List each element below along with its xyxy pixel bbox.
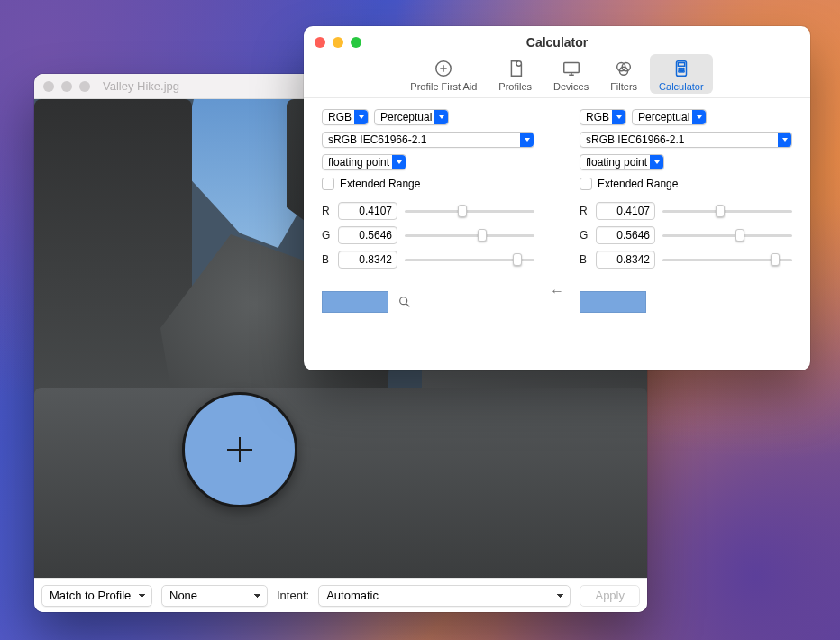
intent-select[interactable]: Automatic <box>318 585 571 607</box>
svg-point-11 <box>679 70 680 72</box>
b-value-input[interactable]: 0.8342 <box>596 251 655 269</box>
svg-point-14 <box>400 297 407 305</box>
extended-range-checkbox[interactable] <box>580 178 592 190</box>
conversion-direction-arrow[interactable]: ← <box>547 109 567 356</box>
b-channel-row: B 0.8342 <box>322 251 534 269</box>
toolbar-label: Devices <box>553 81 589 92</box>
r-slider[interactable] <box>662 204 792 218</box>
close-icon[interactable] <box>43 81 54 92</box>
color-model-select[interactable]: RGB <box>322 109 369 125</box>
g-value-input[interactable]: 0.5646 <box>338 226 397 244</box>
devices-icon <box>561 58 582 79</box>
color-picker-loupe[interactable] <box>182 392 297 507</box>
toolbar-calculator[interactable]: Calculator <box>650 54 713 94</box>
g-channel-row: G 0.5646 <box>580 226 792 244</box>
intent-label: Intent: <box>277 589 309 602</box>
r-slider[interactable] <box>405 204 534 218</box>
g-slider[interactable] <box>662 228 792 242</box>
select-value: Perceptual <box>638 111 689 123</box>
viewer-traffic-lights <box>43 81 90 92</box>
g-value-input[interactable]: 0.5646 <box>596 226 655 244</box>
calculator-icon <box>671 58 692 79</box>
profiles-icon <box>505 58 526 79</box>
viewer-title: Valley Hike.jpg <box>103 79 179 93</box>
svg-point-1 <box>516 61 522 67</box>
destination-color-swatch <box>580 291 646 313</box>
select-value: sRGB IEC61966-2.1 <box>328 133 426 146</box>
colorsync-calculator-window: Calculator Profile First Aid Profiles De… <box>304 26 810 370</box>
eyedropper-magnifier-icon[interactable] <box>397 295 412 309</box>
g-slider[interactable] <box>405 228 534 242</box>
select-value: Perceptual <box>380 111 432 123</box>
filters-icon <box>613 58 635 79</box>
svg-point-12 <box>680 70 682 72</box>
minimize-icon[interactable] <box>61 81 72 92</box>
destination-panel: RGB Perceptual sRGB IEC61966-2.1 floatin… <box>580 109 792 356</box>
number-format-select[interactable]: floating point <box>322 154 406 170</box>
match-mode-select[interactable]: Match to Profile <box>41 585 152 607</box>
viewer-footer: Match to Profile None Intent: Automatic … <box>34 578 647 612</box>
toolbar-profile-first-aid[interactable]: Profile First Aid <box>401 54 486 94</box>
source-color-swatch <box>322 291 388 313</box>
svg-point-10 <box>682 69 684 70</box>
first-aid-icon <box>433 58 454 79</box>
b-value-input[interactable]: 0.8342 <box>338 251 397 269</box>
r-value-input[interactable]: 0.4107 <box>338 202 397 220</box>
select-value: sRGB IEC61966-2.1 <box>586 133 684 146</box>
b-slider[interactable] <box>405 252 534 267</box>
calc-body: RGB Perceptual sRGB IEC61966-2.1 floatin… <box>304 98 810 370</box>
toolbar-label: Filters <box>610 81 637 92</box>
svg-point-13 <box>682 70 684 72</box>
color-model-select[interactable]: RGB <box>580 109 626 125</box>
toolbar-filters[interactable]: Filters <box>601 54 646 94</box>
b-label: B <box>322 253 331 266</box>
image-rock-region <box>34 388 647 578</box>
calc-titlebar[interactable]: Calculator Profile First Aid Profiles De… <box>304 26 810 98</box>
g-label: G <box>322 229 331 242</box>
svg-point-8 <box>679 69 680 70</box>
r-channel-row: R 0.4107 <box>322 202 534 220</box>
r-channel-row: R 0.4107 <box>580 202 792 220</box>
toolbar-label: Profiles <box>498 81 532 92</box>
crosshair-icon <box>227 437 252 462</box>
b-label: B <box>580 253 589 266</box>
g-channel-row: G 0.5646 <box>322 226 534 244</box>
r-label: R <box>580 205 589 217</box>
select-value: RGB <box>586 111 609 123</box>
apply-button[interactable]: Apply <box>580 585 640 607</box>
calc-toolbar: Profile First Aid Profiles Devices Filte… <box>304 54 810 94</box>
extended-range-label: Extended Range <box>340 178 420 190</box>
calc-title: Calculator <box>304 35 810 50</box>
toolbar-devices[interactable]: Devices <box>544 54 598 94</box>
color-profile-select[interactable]: sRGB IEC61966-2.1 <box>580 132 792 148</box>
select-value: floating point <box>586 156 647 169</box>
b-channel-row: B 0.8342 <box>580 251 792 269</box>
toolbar-profiles[interactable]: Profiles <box>489 54 541 94</box>
select-value: floating point <box>328 156 389 169</box>
toolbar-label: Calculator <box>659 81 704 92</box>
g-label: G <box>580 229 589 242</box>
svg-point-9 <box>680 69 682 70</box>
b-slider[interactable] <box>662 252 792 267</box>
svg-rect-7 <box>678 63 684 67</box>
select-value: RGB <box>328 111 352 123</box>
arrow-left-icon: ← <box>550 283 564 299</box>
extended-range-checkbox[interactable] <box>322 178 334 190</box>
color-profile-select[interactable]: sRGB IEC61966-2.1 <box>322 132 534 148</box>
toolbar-label: Profile First Aid <box>410 81 477 92</box>
rendering-intent-select[interactable]: Perceptual <box>374 109 449 125</box>
profile-select[interactable]: None <box>161 585 268 607</box>
r-label: R <box>322 205 331 217</box>
svg-rect-2 <box>563 63 579 73</box>
zoom-icon[interactable] <box>79 81 90 92</box>
number-format-select[interactable]: floating point <box>580 154 664 170</box>
rendering-intent-select[interactable]: Perceptual <box>632 109 707 125</box>
r-value-input[interactable]: 0.4107 <box>596 202 655 220</box>
extended-range-label: Extended Range <box>598 178 678 190</box>
source-panel: RGB Perceptual sRGB IEC61966-2.1 floatin… <box>322 109 534 356</box>
